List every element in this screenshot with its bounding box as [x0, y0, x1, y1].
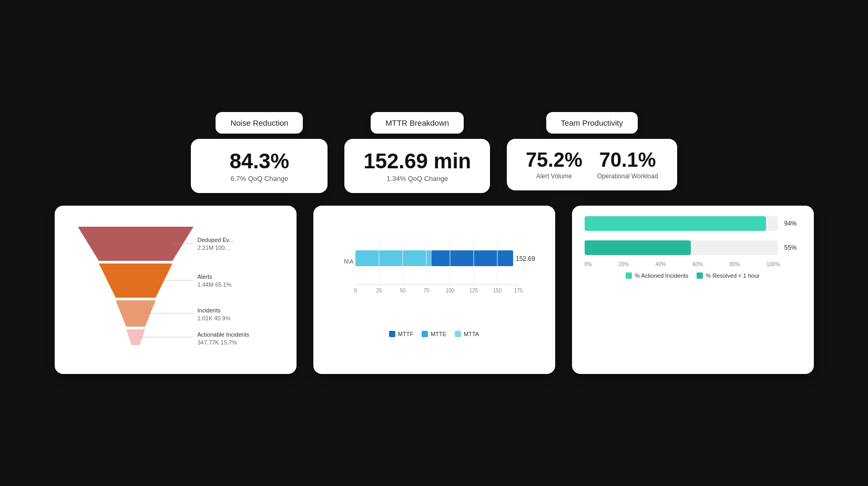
- alert-volume-label: Alert Volume: [526, 173, 583, 180]
- axis-20: 20%: [618, 261, 629, 267]
- dashboard: Noise Reduction 84.3% 6.7% QoQ Change MT…: [0, 91, 868, 395]
- hbar-row-1: 94%: [585, 216, 801, 231]
- noise-reduction-value: 84.3%: [210, 149, 309, 173]
- hbar-track-1: 94%: [585, 216, 778, 231]
- bar-chart-area: N\A 152.69 0 25 50 75 100 125: [326, 216, 543, 342]
- funnel-layer-1: [78, 227, 193, 261]
- hbar-legend-actioned: % Actioned Incidents: [626, 272, 688, 279]
- noise-reduction-group: Noise Reduction 84.3% 6.7% QoQ Change: [191, 112, 328, 193]
- y-axis-label: N\A: [344, 258, 354, 265]
- x-tick-50: 50: [400, 288, 406, 293]
- hbar-fill-1: [585, 216, 767, 231]
- hbar-legend: % Actioned Incidents % Resolved < 1 hour: [585, 272, 801, 279]
- funnel-label-1: Deduped Ev... 2.21M 100....: [198, 236, 234, 252]
- mttf-legend-dot: [389, 331, 395, 337]
- mttr-value-card: 152.69 min 1.34% QoQ Change: [344, 139, 490, 193]
- alert-volume-item: 75.2% Alert Volume: [526, 149, 583, 180]
- team-productivity-title: Team Productivity: [561, 118, 623, 127]
- funnel-svg: [67, 216, 204, 353]
- hbar-pct-1: 94%: [784, 220, 796, 227]
- mtte-legend-dot: [422, 331, 428, 337]
- x-tick-0: 0: [354, 288, 357, 293]
- mttf-legend-label: MTTF: [398, 331, 413, 337]
- funnel-chart-card: Deduped Ev... 2.21M 100.... Alerts 1.44M…: [55, 206, 297, 374]
- mttr-change: 1.34% QoQ Change: [363, 175, 471, 183]
- mttr-bar-svg: N\A 152.69 0 25 50 75 100 125: [326, 216, 543, 327]
- axis-0: 0%: [585, 261, 592, 267]
- legend-mtta: MTTA: [455, 331, 479, 337]
- operational-value: 70.1%: [597, 149, 658, 171]
- legend-mtte: MTTE: [422, 331, 446, 337]
- funnel-container: Deduped Ev... 2.21M 100.... Alerts 1.44M…: [67, 216, 284, 353]
- axis-60: 60%: [692, 261, 703, 267]
- hbar-legend-resolved: % Resolved < 1 hour: [697, 272, 759, 279]
- operational-label: Operational Workload: [597, 173, 658, 180]
- funnel-label-2: Alerts 1.44M 65.1%: [198, 273, 232, 289]
- hbar-chart: 94% 55% 0% 20% 40% 60% 80% 1: [585, 216, 801, 279]
- hbar-fill-2: [585, 240, 691, 255]
- axis-100: 100%: [767, 261, 780, 267]
- x-tick-25: 25: [376, 288, 382, 293]
- team-productivity-label-card: Team Productivity: [546, 112, 638, 134]
- alert-volume-value: 75.2%: [526, 149, 583, 171]
- x-tick-125: 125: [469, 288, 478, 293]
- x-tick-100: 100: [445, 288, 454, 293]
- mtta-legend-label: MTTA: [464, 331, 479, 337]
- team-productivity-group: Team Productivity 75.2% Alert Volume 70.…: [507, 112, 677, 193]
- noise-reduction-label-card: Noise Reduction: [216, 112, 303, 134]
- mttr-value: 152.69 min: [363, 149, 471, 173]
- hbar-pct-2: 55%: [784, 244, 796, 251]
- team-productivity-value-card: 75.2% Alert Volume 70.1% Operational Wor…: [507, 139, 677, 190]
- axis-40: 40%: [656, 261, 666, 267]
- funnel-label-3: Incidents 1.01K 45.9%: [198, 307, 231, 323]
- funnel-label-4: Actionable Incidents 347.77K 15.7%: [198, 331, 249, 347]
- bottom-row: Deduped Ev... 2.21M 100.... Alerts 1.44M…: [21, 206, 847, 374]
- top-row: Noise Reduction 84.3% 6.7% QoQ Change MT…: [21, 112, 847, 193]
- noise-reduction-value-card: 84.3% 6.7% QoQ Change: [191, 139, 328, 193]
- operational-workload-item: 70.1% Operational Workload: [597, 149, 658, 180]
- x-tick-175: 175: [514, 288, 523, 293]
- hbar-row-2: 55%: [585, 240, 801, 255]
- mttr-title: MTTR Breakdown: [385, 118, 449, 127]
- mtta-legend-dot: [455, 331, 461, 337]
- productivity-chart-card: 94% 55% 0% 20% 40% 60% 80% 1: [572, 206, 814, 374]
- mttr-chart-card: N\A 152.69 0 25 50 75 100 125: [313, 206, 555, 374]
- mtta-mtte-bar: [355, 250, 432, 266]
- mttr-label-card: MTTR Breakdown: [371, 112, 464, 134]
- noise-reduction-title: Noise Reduction: [230, 118, 288, 127]
- mttr-group: MTTR Breakdown 152.69 min 1.34% QoQ Chan…: [344, 112, 490, 193]
- axis-80: 80%: [730, 261, 740, 267]
- bar-value-label: 152.69: [516, 255, 535, 262]
- hbar-axis: 0% 20% 40% 60% 80% 100%: [585, 261, 801, 267]
- hbar-track-2: 55%: [585, 240, 778, 255]
- legend-mttf: MTTF: [389, 331, 413, 337]
- mttf-bar: [432, 250, 513, 266]
- funnel-layer-2: [99, 264, 172, 298]
- x-tick-75: 75: [423, 288, 430, 293]
- resolved-legend-dot: [697, 272, 703, 279]
- x-tick-150: 150: [493, 288, 502, 293]
- mttr-legend: MTTF MTTE MTTA: [326, 331, 543, 337]
- mtte-legend-label: MTTE: [431, 331, 446, 337]
- resolved-legend-label: % Resolved < 1 hour: [706, 272, 759, 279]
- noise-reduction-change: 6.7% QoQ Change: [210, 175, 309, 183]
- actioned-legend-label: % Actioned Incidents: [635, 272, 688, 279]
- actioned-legend-dot: [626, 272, 632, 279]
